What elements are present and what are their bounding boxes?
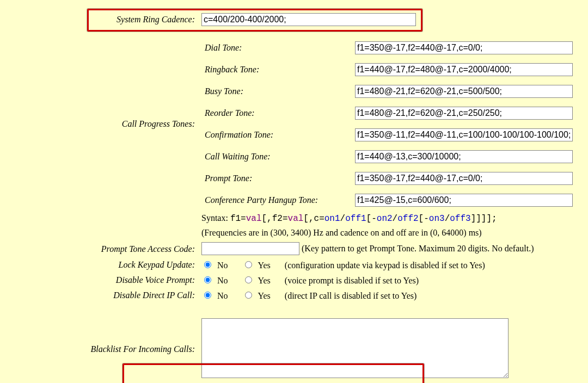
disable-voice-prompt-no-radio[interactable] [204, 276, 211, 283]
blacklist-textarea[interactable] [201, 318, 509, 378]
prompt-tone-input[interactable] [355, 172, 573, 185]
disable-voice-prompt-label: Disable Voice Prompt: [0, 273, 198, 288]
disable-direct-ip-no-radio[interactable] [204, 292, 211, 299]
ringback-tone-input[interactable] [355, 63, 573, 76]
prompt-access-code-label: Prompt Tone Access Code: [0, 240, 198, 257]
call-waiting-tone-label: Call Waiting Tone: [201, 148, 352, 165]
busy-tone-input[interactable] [355, 85, 573, 98]
busy-tone-label: Busy Tone: [201, 83, 352, 100]
prompt-access-code-input[interactable] [201, 242, 299, 255]
blacklist-label: Blacklist For Incoming Calls: [0, 316, 198, 382]
lock-keypad-note: (configuration update via keypad is disa… [285, 261, 485, 270]
disable-direct-ip-yes-label: Yes [258, 291, 271, 301]
lock-keypad-no-radio[interactable] [204, 261, 211, 268]
confirmation-tone-label: Confirmation Tone: [201, 126, 352, 144]
syntax-frequency-note: (Frequencies are in (300, 3400) Hz and c… [201, 228, 482, 237]
conference-hangup-tone-input[interactable] [355, 194, 573, 207]
syntax-expression: f1=val[,f2=val[,c=on1/off1[-on2/off2[-on… [230, 214, 497, 224]
conference-hangup-tone-label: Conference Party Hangup Tone: [201, 192, 352, 209]
lock-keypad-no-label: No [217, 261, 228, 270]
ring-cadence-label: System Ring Cadence: [0, 11, 198, 28]
reorder-tone-label: Reorder Tone: [201, 104, 352, 122]
call-waiting-tone-input[interactable] [355, 150, 573, 163]
lock-keypad-yes-label: Yes [258, 261, 271, 270]
reorder-tone-input[interactable] [355, 107, 573, 120]
lock-keypad-label: Lock Keypad Update: [0, 257, 198, 273]
disable-voice-prompt-no-label: No [217, 276, 228, 286]
disable-voice-prompt-yes-radio[interactable] [245, 276, 252, 283]
disable-direct-ip-no-label: No [217, 291, 228, 301]
prompt-access-code-note: (Key pattern to get Prompt Tone. Maximum… [302, 244, 534, 253]
disable-direct-ip-note: (direct IP call is disabled if set to Ye… [285, 291, 416, 300]
dial-tone-input[interactable] [355, 41, 573, 54]
ringback-tone-label: Ringback Tone: [201, 61, 352, 78]
disable-direct-ip-yes-radio[interactable] [245, 292, 252, 299]
call-progress-tones-section-label: Call Progress Tones: [0, 37, 198, 211]
confirmation-tone-input[interactable] [355, 128, 573, 141]
disable-voice-prompt-yes-label: Yes [258, 276, 271, 286]
dial-tone-label: Dial Tone: [201, 39, 352, 57]
prompt-tone-label: Prompt Tone: [201, 170, 352, 187]
disable-direct-ip-label: Disable Direct IP Call: [0, 288, 198, 303]
ring-cadence-input[interactable] [201, 13, 416, 26]
lock-keypad-yes-radio[interactable] [245, 261, 252, 268]
disable-voice-prompt-note: (voice prompt is disabled if set to Yes) [285, 276, 419, 285]
syntax-prefix: Syntax: [201, 213, 230, 223]
